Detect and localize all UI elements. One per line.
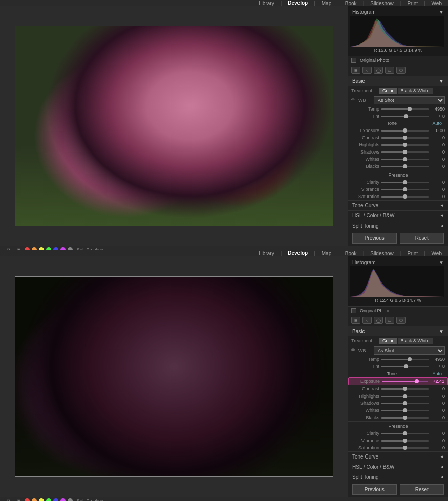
nav-book[interactable]: Book (345, 1, 357, 6)
top-exposure-track[interactable] (381, 130, 429, 132)
bottom-highlights-slider-row: Highlights 0 (348, 393, 448, 400)
bottom-nav-develop[interactable]: Develop (288, 250, 308, 256)
top-whites-track[interactable] (381, 159, 429, 160)
top-vibrance-track[interactable] (381, 189, 429, 190)
bottom-hsl-section[interactable]: HSL / Color / B&W ◄ (348, 462, 448, 472)
nav-print[interactable]: Print (407, 1, 418, 6)
bottom-saturation-track[interactable] (381, 447, 429, 449)
bottom-contrast-track[interactable] (381, 388, 429, 390)
top-auto-btn[interactable]: Auto (432, 121, 445, 126)
top-split-toning-section[interactable]: Split Toning ◄ (348, 221, 448, 231)
bottom-reset-btn[interactable]: Reset (400, 484, 444, 495)
bottom-nav-web[interactable]: Web (432, 251, 442, 256)
bottom-blacks-track[interactable] (381, 417, 429, 419)
bottom-color-btn[interactable]: Color (379, 338, 397, 344)
bottom-bw-btn[interactable]: Black & White (398, 338, 433, 344)
top-saturation-track[interactable] (381, 196, 429, 198)
bottom-tone-curve-section[interactable]: Tone Curve ◄ (348, 451, 448, 462)
bottom-auto-btn[interactable]: Auto (432, 371, 445, 376)
bottom-color-label-blue[interactable] (53, 498, 58, 501)
bottom-temp-track[interactable] (381, 359, 429, 360)
top-histogram-title: Histogram ▼ (350, 8, 446, 16)
top-clarity-value: 0 (431, 180, 445, 185)
bottom-color-label-green[interactable] (46, 498, 51, 501)
bottom-tint-slider-row: Tint + 8 (348, 363, 448, 370)
redeye-tool[interactable]: ◯ (374, 67, 383, 74)
bottom-color-label-red[interactable] (25, 498, 30, 501)
basic-section-arrow[interactable]: ▼ (439, 78, 444, 84)
top-histogram-section: Histogram ▼ R 15.6 G 17.5 B 14.9 % (348, 6, 448, 56)
top-hsl-section[interactable]: HSL / Color / B&W ◄ (348, 210, 448, 221)
histogram-dropdown-icon[interactable]: ▼ (439, 9, 444, 15)
bottom-histogram-dropdown-icon[interactable]: ▼ (439, 259, 444, 265)
top-eyedrop-icon[interactable]: ✏ (351, 97, 358, 104)
bottom-exposure-track[interactable] (382, 381, 428, 382)
bottom-nav-book[interactable]: Book (345, 251, 357, 256)
top-shadows-track[interactable] (381, 151, 429, 153)
bottom-screen-mode-icon[interactable]: ⊡ (4, 497, 12, 501)
crop-tool[interactable]: ⊞ (351, 67, 360, 74)
bottom-crop-tool[interactable]: ⊞ (351, 317, 360, 324)
top-temp-track[interactable] (381, 108, 429, 110)
bottom-highlights-track[interactable] (381, 396, 429, 397)
brush-tool[interactable]: ⬡ (396, 67, 406, 74)
bottom-nav-slideshow[interactable]: Slideshow (370, 251, 394, 256)
top-highlights-label: Highlights (351, 142, 379, 147)
bottom-eyedrop-icon[interactable]: ✏ (351, 347, 358, 354)
nav-slideshow[interactable]: Slideshow (370, 1, 394, 6)
bottom-image-area (0, 256, 348, 497)
bottom-brush-tool[interactable]: ⬡ (396, 317, 406, 324)
bottom-color-label-orange[interactable] (32, 498, 37, 501)
bottom-whites-track[interactable] (381, 410, 429, 411)
bottom-redeye-tool[interactable]: ◯ (374, 317, 383, 324)
bottom-clarity-track[interactable] (381, 433, 429, 434)
bottom-wb-row: ✏ WB As Shot Auto (348, 345, 448, 356)
top-highlights-track[interactable] (381, 144, 429, 146)
bottom-color-label-gray[interactable] (68, 498, 73, 501)
bottom-color-label-purple[interactable] (60, 498, 66, 501)
original-photo-checkbox[interactable] (351, 58, 356, 63)
bottom-grad-tool[interactable]: ▭ (385, 317, 394, 324)
grad-tool[interactable]: ▭ (385, 67, 394, 74)
bottom-split-toning-section[interactable]: Split Toning ◄ (348, 472, 448, 482)
nav-develop[interactable]: Develop (288, 0, 308, 6)
top-tone-header-row: Tone Auto (348, 120, 448, 127)
bottom-nav-library[interactable]: Library (259, 251, 274, 256)
top-bw-btn[interactable]: Black & White (398, 88, 433, 94)
top-wb-select[interactable]: As Shot Auto Daylight (374, 96, 445, 104)
bottom-vibrance-track[interactable] (381, 440, 429, 442)
bottom-nav-map[interactable]: Map (322, 251, 331, 256)
top-tone-curve-section[interactable]: Tone Curve ◄ (348, 200, 448, 210)
bottom-flower-image (15, 277, 333, 476)
nav-web[interactable]: Web (432, 1, 442, 6)
heal-tool[interactable]: ○ (362, 67, 372, 74)
tone-curve-arrow: ◄ (440, 203, 444, 208)
nav-map[interactable]: Map (322, 1, 331, 6)
top-vibrance-label: Vibrance (351, 187, 379, 192)
bottom-color-label-yellow[interactable] (39, 498, 44, 501)
bottom-split-toning-label: Split Toning (352, 474, 379, 480)
bottom-tint-track[interactable] (381, 366, 429, 367)
top-color-btn[interactable]: Color (379, 88, 397, 94)
top-blacks-track[interactable] (381, 166, 429, 167)
bottom-heal-tool[interactable]: ○ (362, 317, 372, 324)
bottom-shadows-track[interactable] (381, 403, 429, 404)
bottom-previous-btn[interactable]: Previous (352, 484, 397, 495)
top-previous-btn[interactable]: Previous (352, 233, 397, 244)
nav-library[interactable]: Library (259, 1, 274, 6)
bottom-original-photo-checkbox[interactable] (351, 308, 356, 313)
top-exposure-slider-row: Exposure 0.00 (348, 127, 448, 134)
top-clarity-track[interactable] (381, 182, 429, 183)
top-reset-btn[interactable]: Reset (400, 233, 444, 244)
top-contrast-track[interactable] (381, 137, 429, 139)
top-treatment-row: Treatment : Color Black & White (348, 86, 448, 95)
bottom-wb-select[interactable]: As Shot Auto (374, 346, 445, 355)
bottom-clarity-label: Clarity (351, 431, 379, 436)
top-panel: Library | Develop | Map | Book | Slidesh… (0, 0, 448, 250)
top-tint-track[interactable] (381, 116, 429, 117)
bottom-nav-print[interactable]: Print (407, 251, 418, 256)
bottom-basic-section-arrow[interactable]: ▼ (439, 329, 444, 334)
bottom-grid-icon[interactable]: ⊞ (14, 497, 23, 501)
bottom-presence-label: Presence (348, 421, 448, 430)
top-contrast-slider-row: Contrast 0 (348, 134, 448, 141)
